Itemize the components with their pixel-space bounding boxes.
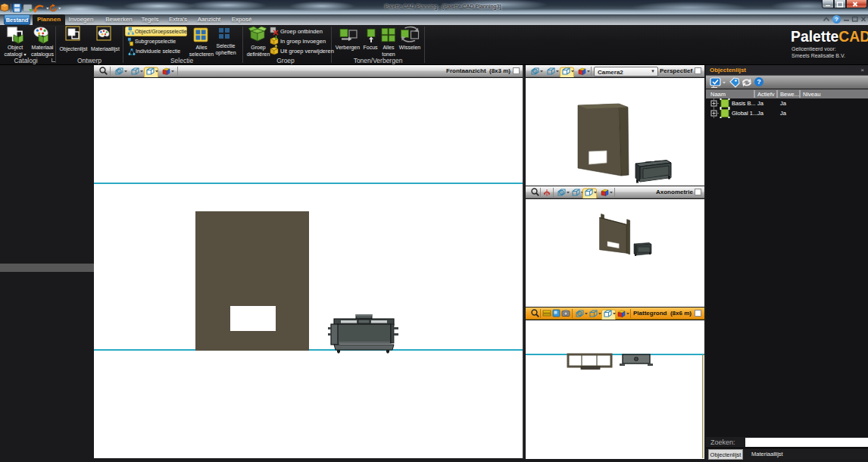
svg-text:?: ? — [757, 78, 761, 86]
